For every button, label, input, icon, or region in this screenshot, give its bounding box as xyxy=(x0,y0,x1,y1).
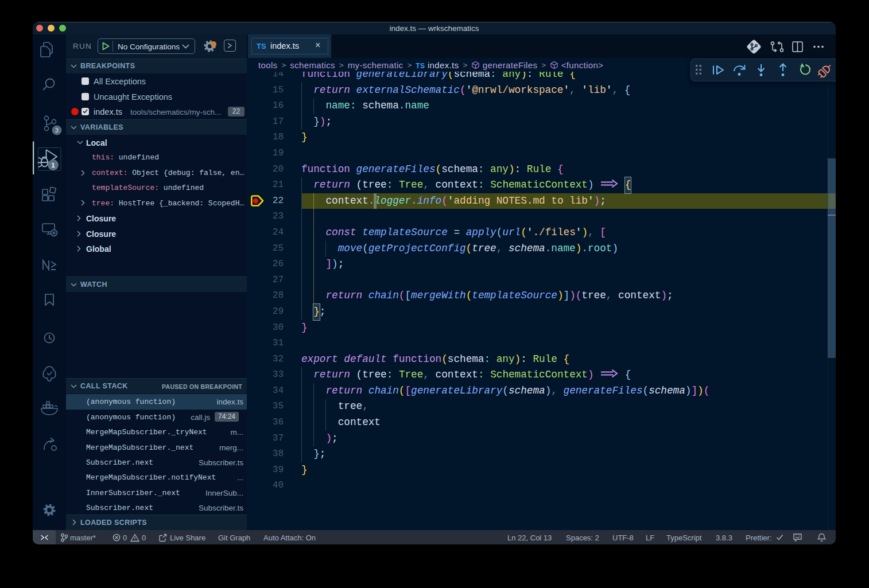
svg-text:1: 1 xyxy=(51,162,55,169)
svg-text:3: 3 xyxy=(55,127,59,134)
